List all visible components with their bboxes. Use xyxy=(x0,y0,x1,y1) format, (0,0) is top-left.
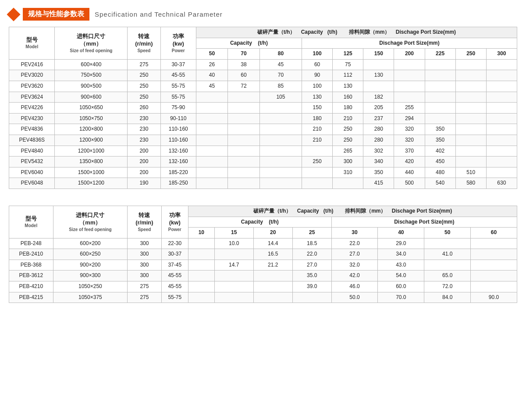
cell-val xyxy=(196,167,227,178)
cell-model: PEV5432 xyxy=(9,157,55,167)
cell-feed: 600×200 xyxy=(53,238,128,249)
cell-val: 60.0 xyxy=(378,281,424,292)
cell-val: 180 xyxy=(333,103,363,114)
cell-val xyxy=(228,113,259,124)
cell-model: PEB-248 xyxy=(9,238,53,249)
th-crush-group-2: 破碎产量（t/h） Capacity (t/h) 排料间隙（mm） Discha… xyxy=(188,206,517,217)
cell-val xyxy=(424,260,471,271)
cell-val xyxy=(228,178,259,189)
th-200-1: 200 xyxy=(394,49,425,60)
cell-val: 300 xyxy=(333,157,363,167)
cell-feed: 1050×650 xyxy=(55,103,128,114)
cell-feed: 900×200 xyxy=(53,260,128,271)
cell-val xyxy=(425,103,455,114)
cell-val: 294 xyxy=(394,113,425,124)
cell-val xyxy=(214,249,253,260)
cell-val: 250 xyxy=(302,157,333,167)
cell-model: PEV3620 xyxy=(9,81,55,92)
table-row: PEV3020750×50025045-5540607090112130 xyxy=(9,70,517,81)
cell-val xyxy=(196,92,227,103)
th-model-1: 型号 Model xyxy=(9,27,55,60)
cell-power: 110-160 xyxy=(160,135,196,146)
cell-val xyxy=(214,271,253,281)
cell-val xyxy=(302,167,333,178)
cell-val xyxy=(196,135,227,146)
cell-val xyxy=(486,81,517,92)
cell-feed: 1050×750 xyxy=(55,113,128,124)
th-70-1: 70 xyxy=(228,49,259,60)
cell-speed: 200 xyxy=(128,167,160,178)
crush-cn-2: 破碎产量（t/h） xyxy=(253,208,291,214)
cell-val xyxy=(228,135,259,146)
cell-speed: 200 xyxy=(128,157,160,167)
header-diamond-icon xyxy=(7,7,20,21)
discharge-cn-2: 排料间隙（mm） xyxy=(345,208,386,214)
cell-val: 182 xyxy=(363,92,394,103)
cell-val: 45 xyxy=(259,59,302,70)
th-feed-mm-2: （mm） xyxy=(55,219,126,227)
cell-val: 130 xyxy=(333,81,363,92)
cell-val xyxy=(228,92,259,103)
cell-val xyxy=(228,103,259,114)
cell-val: 105 xyxy=(259,92,302,103)
cell-val xyxy=(228,146,259,157)
cell-val xyxy=(486,135,517,146)
cell-feed: 1350×800 xyxy=(55,157,128,167)
discharge-label-2: Dischage Port Size(mm) xyxy=(394,219,454,225)
cell-power: 185-250 xyxy=(160,178,196,189)
cell-model: PEV3020 xyxy=(9,70,55,81)
th-power-cn-2: 功率 xyxy=(163,212,187,219)
cell-val xyxy=(455,124,486,135)
cell-val: 415 xyxy=(363,178,394,189)
th-100-1: 100 xyxy=(302,49,333,60)
th-speed-en-2: Speed xyxy=(129,227,160,232)
cell-val: 250 xyxy=(333,124,363,135)
cell-val: 22.0 xyxy=(292,249,331,260)
table-row: PEV48401200×1000200132-160265302370402 xyxy=(9,146,517,157)
cell-val xyxy=(486,157,517,167)
cell-val: 180 xyxy=(302,113,333,124)
cell-val: 280 xyxy=(363,135,394,146)
cell-val: 41.0 xyxy=(424,249,471,260)
th-speed-2: 转速 (r/min) Speed xyxy=(128,206,161,238)
cell-val xyxy=(425,81,455,92)
cell-speed: 260 xyxy=(128,103,160,114)
cell-val xyxy=(486,92,517,103)
cell-val: 280 xyxy=(363,124,394,135)
cell-val: 210 xyxy=(302,124,333,135)
cell-power: 45-55 xyxy=(161,271,188,281)
cell-power: 132-160 xyxy=(160,146,196,157)
cell-val xyxy=(486,146,517,157)
cell-speed: 230 xyxy=(128,113,160,124)
cell-val xyxy=(253,292,292,303)
table-row: PEB-368900×20030037-4514.721.227.032.043… xyxy=(9,260,517,271)
th-power-1: 功率 (kw) Power xyxy=(160,27,196,60)
cell-val xyxy=(455,135,486,146)
cell-val: 90.0 xyxy=(471,292,517,303)
th-speed-en-1: Speed xyxy=(129,48,159,53)
cell-power: 185-220 xyxy=(160,167,196,178)
cell-speed: 250 xyxy=(128,81,160,92)
cell-val: 580 xyxy=(455,178,486,189)
cell-val: 39.0 xyxy=(292,281,331,292)
cell-val xyxy=(259,124,302,135)
cell-val xyxy=(471,260,517,271)
th-feed-2: 进料口尺寸 （mm） Size of feed opening xyxy=(53,206,128,238)
th-crush-group-1: 破碎产量（t/h） Capacity (t/h) 排料间隙（mm） Discha… xyxy=(196,27,517,38)
cell-power: 37-45 xyxy=(161,260,188,271)
cell-val xyxy=(259,103,302,114)
th-25-2: 25 xyxy=(292,228,331,238)
cell-val: 21.2 xyxy=(253,260,292,271)
cell-feed: 1200×1000 xyxy=(55,146,128,157)
th-250-1: 250 xyxy=(455,49,486,60)
cell-model: PEV3624 xyxy=(9,92,55,103)
cell-val: 26 xyxy=(196,59,227,70)
th-10-2: 10 xyxy=(188,228,214,238)
th-speed-cn-2: 转速 xyxy=(129,212,160,219)
th-60-2: 60 xyxy=(471,228,517,238)
cell-val xyxy=(259,135,302,146)
cell-speed: 300 xyxy=(128,249,161,260)
cell-feed: 1200×900 xyxy=(55,135,128,146)
table-row: PEB-42101050×25027545-5539.046.060.072.0 xyxy=(9,281,517,292)
cell-val: 14.7 xyxy=(214,260,253,271)
